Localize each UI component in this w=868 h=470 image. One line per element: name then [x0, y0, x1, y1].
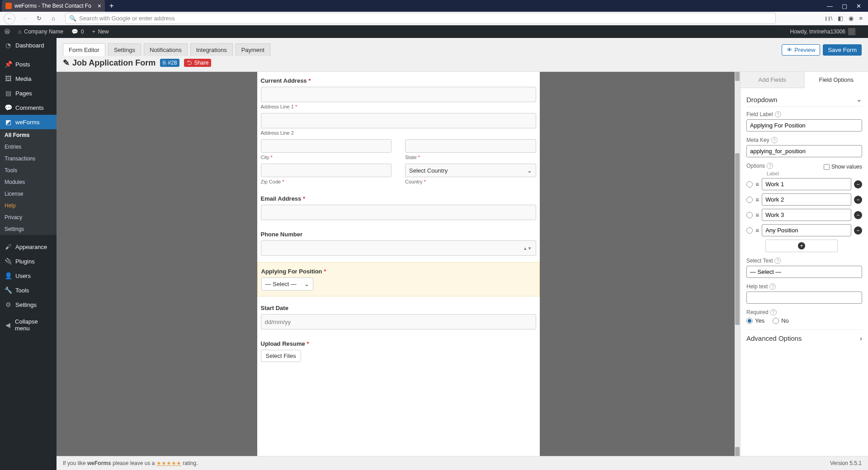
number-spinner-icon[interactable]: ▲▼ — [523, 246, 532, 251]
remove-option-icon[interactable]: − — [854, 196, 862, 204]
drag-handle-icon[interactable]: ≡ — [755, 181, 759, 188]
shortcode-badge[interactable]: ⎘#28 — [160, 59, 179, 67]
drag-handle-icon[interactable]: ≡ — [755, 227, 759, 234]
new-link[interactable]: + New — [92, 28, 109, 35]
date-input[interactable] — [261, 314, 536, 329]
menu-dashboard[interactable]: ◔Dashboard — [0, 38, 57, 52]
wp-logo[interactable]: Ⓦ — [5, 28, 10, 36]
country-select[interactable]: Select Country ⌄ — [405, 164, 536, 177]
canvas-scrollbar[interactable] — [735, 72, 740, 456]
tab-form-editor[interactable]: Form Editor — [63, 43, 105, 56]
forward-button[interactable]: → — [19, 13, 30, 24]
scroll-up-icon[interactable] — [735, 72, 740, 81]
remove-option-icon[interactable]: − — [854, 180, 862, 188]
field-phone[interactable]: Phone Number ▲▼ — [257, 228, 540, 258]
show-values-toggle[interactable]: Show values — [824, 164, 862, 170]
help-icon[interactable]: ? — [769, 283, 776, 290]
scroll-thumb[interactable] — [735, 153, 740, 325]
meta-key-input[interactable] — [746, 145, 862, 157]
library-icon[interactable]: ⫿⫿\ — [825, 15, 833, 22]
required-yes[interactable]: Yes — [746, 317, 764, 324]
help-icon[interactable]: ? — [771, 137, 778, 143]
field-upload[interactable]: Upload Resume * Select Files — [257, 338, 540, 365]
sub-help[interactable]: Help — [0, 200, 57, 212]
option-radio[interactable] — [746, 181, 753, 188]
form-title[interactable]: ✎ Job Application Form — [63, 58, 156, 68]
back-button[interactable]: ← — [4, 13, 15, 24]
close-window-icon[interactable]: ✕ — [856, 3, 861, 9]
option-radio[interactable] — [746, 197, 753, 203]
site-link[interactable]: ⌂ Company Name — [18, 28, 63, 35]
home-button[interactable]: ⌂ — [48, 13, 59, 24]
tab-add-fields[interactable]: Add Fields — [741, 72, 805, 88]
phone-input[interactable]: ▲▼ — [261, 240, 536, 256]
email-input[interactable] — [261, 205, 536, 220]
option-radio[interactable] — [746, 227, 753, 234]
menu-users[interactable]: 👤Users — [0, 268, 57, 283]
preview-button[interactable]: 👁Preview — [782, 44, 820, 56]
browser-tab[interactable]: weForms - The Best Contact Fo × — [2, 0, 105, 12]
select-text-input[interactable] — [746, 266, 862, 278]
field-current-address[interactable]: Current Address * Address Line 1 * Addre… — [257, 75, 540, 187]
section-dropdown[interactable]: Dropdown ⌄ — [746, 93, 862, 107]
addr1-input[interactable] — [261, 87, 536, 102]
sub-entries[interactable]: Entries — [0, 141, 57, 153]
menu-media[interactable]: 🖾Media — [0, 71, 57, 86]
menu-tools[interactable]: 🔧Tools — [0, 283, 57, 297]
sub-modules[interactable]: Modules — [0, 176, 57, 188]
field-start-date[interactable]: Start Date — [257, 302, 540, 332]
field-position-selected[interactable]: Applying For Position * — Select — ⌄ — [257, 262, 540, 296]
help-text-input[interactable] — [746, 291, 862, 304]
zip-input[interactable] — [261, 164, 392, 177]
help-icon[interactable]: ? — [767, 163, 773, 169]
tab-field-options[interactable]: Field Options — [805, 72, 868, 88]
menu-posts[interactable]: 📌Posts — [0, 57, 57, 71]
tab-settings[interactable]: Settings — [108, 43, 141, 56]
minimize-icon[interactable]: — — [827, 3, 833, 9]
drag-handle-icon[interactable]: ≡ — [755, 196, 759, 203]
tab-integrations[interactable]: Integrations — [190, 43, 233, 56]
menu-settings[interactable]: ⚙Settings — [0, 297, 57, 312]
add-option-button[interactable]: + — [765, 240, 838, 252]
sub-tools[interactable]: Tools — [0, 164, 57, 176]
menu-icon[interactable]: ≡ — [859, 15, 863, 22]
account-link[interactable]: Howdy, tmrineha13006 — [790, 28, 855, 35]
addr2-input[interactable] — [261, 113, 536, 128]
drag-handle-icon[interactable]: ≡ — [755, 212, 759, 219]
section-advanced[interactable]: Advanced Options › — [746, 329, 862, 345]
scroll-down-icon[interactable] — [735, 447, 740, 456]
sub-license[interactable]: License — [0, 188, 57, 200]
option-radio[interactable] — [746, 212, 753, 218]
rating-link[interactable]: ★★★★★ — [156, 460, 181, 466]
sub-all-forms[interactable]: All Forms — [0, 129, 57, 141]
save-form-button[interactable]: Save Form — [823, 44, 862, 56]
tab-notifications[interactable]: Notifications — [144, 43, 188, 56]
option-input[interactable] — [762, 209, 851, 221]
account-icon[interactable]: ◉ — [849, 15, 854, 22]
remove-option-icon[interactable]: − — [854, 226, 862, 235]
sub-transactions[interactable]: Transactions — [0, 153, 57, 164]
option-input[interactable] — [762, 178, 851, 190]
city-input[interactable] — [261, 139, 392, 153]
menu-comments[interactable]: 💬Comments — [0, 100, 57, 115]
sub-settings[interactable]: Settings — [0, 223, 57, 235]
comments-link[interactable]: 💬 0 — [71, 28, 84, 35]
option-input[interactable] — [762, 193, 851, 206]
position-select[interactable]: — Select — ⌄ — [261, 277, 313, 291]
reload-button[interactable]: ↻ — [33, 13, 44, 24]
field-email[interactable]: Email Address * — [257, 193, 540, 223]
sidebar-icon[interactable]: ◧ — [838, 15, 843, 22]
maximize-icon[interactable]: ▢ — [842, 3, 847, 9]
share-button[interactable]: ⮌Share — [184, 59, 211, 67]
help-icon[interactable]: ? — [774, 258, 781, 264]
menu-weforms[interactable]: ◩weForms — [0, 115, 57, 129]
menu-appearance[interactable]: 🖌Appearance — [0, 240, 57, 254]
tab-close-icon[interactable]: × — [98, 2, 101, 9]
sub-privacy[interactable]: Privacy — [0, 212, 57, 223]
remove-option-icon[interactable]: − — [854, 211, 862, 219]
address-bar[interactable]: 🔍 Search with Google or enter address — [65, 13, 776, 24]
required-no[interactable]: No — [773, 317, 789, 324]
menu-collapse[interactable]: ◀Collapse menu — [0, 315, 57, 335]
help-icon[interactable]: ? — [770, 309, 777, 315]
field-label-input[interactable] — [746, 119, 862, 132]
